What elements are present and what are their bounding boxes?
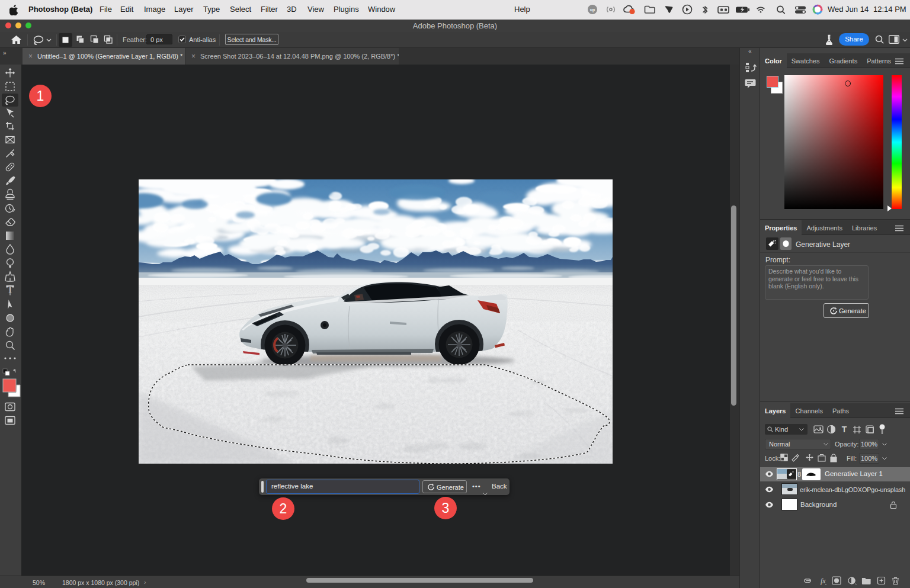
svg-text:T: T <box>7 285 12 294</box>
svg-text:T: T <box>842 425 847 434</box>
svg-text:fx: fx <box>821 577 826 585</box>
svg-text:up: up <box>590 8 595 12</box>
